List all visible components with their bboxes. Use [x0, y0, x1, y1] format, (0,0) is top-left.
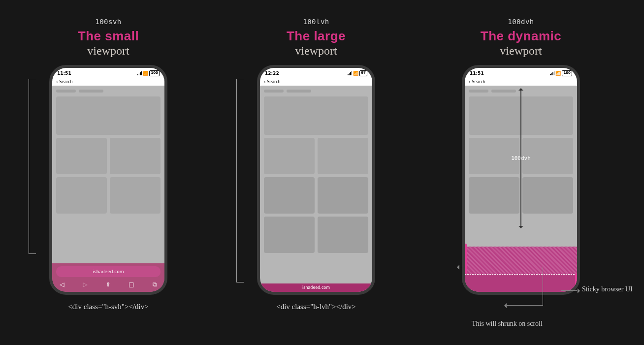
lead-line-shrunk-h — [460, 267, 543, 267]
skeleton-blocks — [264, 96, 368, 253]
skeleton-block — [110, 177, 161, 214]
dvh-collapse-zone — [465, 247, 577, 275]
code-caption-lvh: <div class="h-lvh"></div> — [276, 303, 356, 311]
title-pink-lvh: The large — [287, 29, 346, 44]
skeleton-block — [56, 177, 107, 214]
skeleton-blocks — [56, 96, 161, 214]
status-bar: 12:22 📶 97 — [260, 68, 372, 79]
content-area: ishadeed.com ◁ ▷ ⇧ □︎ ⧉ — [52, 86, 164, 292]
dvh-measure-arrow: 100dvh — [520, 89, 521, 228]
skeleton-block — [264, 138, 315, 174]
skeleton-heading — [56, 90, 161, 93]
measure-bracket-svh — [29, 79, 37, 254]
back-text: Search — [267, 80, 280, 84]
title-sub-lvh: viewport — [295, 44, 337, 58]
battery-icon: 100 — [149, 70, 160, 76]
toolbar-icons: ◁ ▷ ⇧ □︎ ⧉ — [56, 281, 161, 288]
content-area: 100dvh — [465, 86, 577, 292]
skeleton-block — [469, 177, 519, 214]
status-bar: 11:51 📶 100 — [465, 68, 577, 79]
unit-label-dvh: 100dvh — [508, 18, 534, 26]
status-bar: 11:51 📶 100 — [52, 68, 164, 79]
status-time: 11:51 — [470, 71, 484, 76]
wifi-icon: 📶 — [143, 71, 148, 76]
status-time: 12:22 — [265, 71, 279, 76]
dvh-accent-right — [575, 273, 577, 292]
phone-wrap-dvh: 11:51 📶 100 ‹ Search — [456, 65, 586, 295]
column-svh: 100svh The small viewport 11:51 📶 100 ‹ … — [30, 18, 187, 311]
unit-label-svh: 100svh — [95, 18, 122, 26]
title-pink-svh: The small — [78, 29, 139, 44]
lead-line-shrunk-h2 — [507, 305, 543, 306]
chevron-left-icon: ‹ — [264, 80, 265, 84]
skeleton-block — [318, 217, 368, 253]
signal-icon — [550, 71, 554, 75]
measure-bracket-lvh — [236, 79, 245, 282]
code-caption-svh: <div class="h-svh"></div> — [68, 303, 148, 311]
back-text: Search — [59, 80, 72, 84]
lead-line-shrunk-v — [543, 267, 543, 305]
dvh-accent-left — [465, 244, 467, 274]
dvh-arrow-label: 100dvh — [511, 155, 531, 161]
skeleton-block — [56, 96, 161, 135]
title-pink-dvh: The dynamic — [481, 29, 561, 44]
skeleton-block — [318, 138, 368, 174]
phone-wrap-lvh: 12:22 📶 97 ‹ Search — [251, 65, 381, 295]
title-sub-svh: viewport — [87, 44, 129, 58]
url-strip: ishadeed.com — [260, 283, 372, 292]
content-area: ishadeed.com — [260, 86, 372, 292]
wifi-icon: 📶 — [555, 71, 561, 76]
book-icon: □︎ — [128, 281, 135, 288]
skeleton-block — [318, 177, 368, 214]
column-lvh: 100lvh The large viewport 12:22 📶 97 ‹ S… — [237, 18, 395, 311]
skeleton-block — [264, 177, 315, 214]
forward-icon: ▷ — [81, 281, 89, 288]
safari-toolbar: ishadeed.com ◁ ▷ ⇧ □︎ ⧉ — [52, 263, 164, 292]
phone-lvh: 12:22 📶 97 ‹ Search — [257, 65, 375, 295]
share-icon: ⇧ — [104, 281, 112, 288]
battery-icon: 97 — [359, 70, 367, 76]
phone-dvh: 11:51 📶 100 ‹ Search — [462, 65, 580, 295]
skeleton-block — [264, 217, 315, 253]
lead-line-sticky — [561, 290, 577, 291]
phone-svh: 11:51 📶 100 ‹ Search — [49, 65, 167, 295]
tabs-icon: ⧉ — [151, 281, 159, 288]
signal-icon — [137, 71, 142, 75]
back-icon: ◁ — [58, 281, 66, 288]
chevron-left-icon: ‹ — [469, 80, 470, 84]
skeleton-block — [522, 177, 573, 214]
signal-icon — [348, 71, 352, 75]
unit-label-lvh: 100lvh — [303, 18, 329, 26]
chevron-left-icon: ‹ — [56, 80, 58, 84]
battery-icon: 100 — [562, 70, 572, 76]
skeleton-block — [264, 96, 368, 135]
title-sub-dvh: viewport — [500, 44, 542, 58]
phone-wrap-svh: 11:51 📶 100 ‹ Search — [43, 65, 173, 295]
column-dvh: 100dvh The dynamic viewport 11:51 📶 100 … — [442, 18, 600, 295]
url-bar: ishadeed.com — [56, 266, 161, 277]
skeleton-block — [56, 138, 107, 174]
wifi-icon: 📶 — [353, 71, 358, 76]
dvh-sticky-zone — [465, 275, 577, 292]
diagram-canvas: 100svh The small viewport 11:51 📶 100 ‹ … — [0, 0, 644, 345]
skeleton-heading — [264, 90, 368, 93]
skeleton-block — [110, 138, 161, 174]
annotation-shrunk: This will shrunk on scroll — [472, 320, 543, 328]
status-time: 11:51 — [57, 71, 71, 76]
annotation-sticky: Sticky browser UI — [582, 285, 633, 293]
back-text: Search — [472, 80, 485, 84]
